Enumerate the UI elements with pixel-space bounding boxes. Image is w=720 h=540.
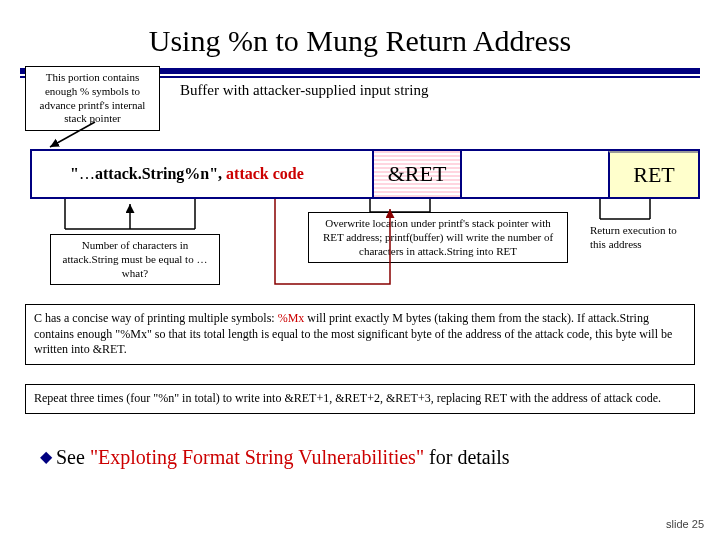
callout-return-exec: Return execution to this address — [590, 224, 680, 252]
reference-bullet: ◆See "Exploting Format String Vulnerabil… — [40, 446, 510, 469]
segment-ret: RET — [608, 151, 698, 197]
buffer-label: Buffer with attacker-supplied input stri… — [180, 82, 429, 99]
stack-diagram: "…attack.String%n", attack code &RET RET — [30, 149, 700, 199]
segment-gap-2 — [462, 151, 608, 197]
segment-ret-address-ptr: &RET — [372, 151, 462, 197]
callout-stack-pointer: This portion contains enough % symbols t… — [25, 66, 160, 131]
slide-body: This portion contains enough % symbols t… — [0, 74, 720, 86]
bullet-icon: ◆ — [40, 448, 52, 465]
explanation-box-2: Repeat three times (four "%n" in total) … — [25, 384, 695, 414]
callout-char-count: Number of characters in attack.String mu… — [50, 234, 220, 285]
callout-overwrite: Overwrite location under printf's stack … — [308, 212, 568, 263]
explanation-box-1: C has a concise way of printing multiple… — [25, 304, 695, 365]
segment-input-string: "…attack.String%n", attack code — [32, 151, 342, 197]
slide-title: Using %n to Mung Return Address — [0, 0, 720, 66]
slide-number: slide 25 — [666, 518, 704, 530]
segment-gap — [342, 151, 372, 197]
